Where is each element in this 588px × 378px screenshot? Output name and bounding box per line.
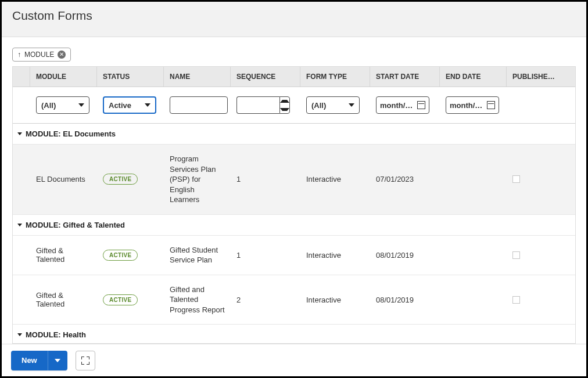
column-header-startdate[interactable]: START DATE <box>370 67 440 87</box>
cell-status: ACTIVE <box>97 236 164 275</box>
collapse-icon <box>17 333 22 336</box>
cell-sequence: 2 <box>231 275 300 325</box>
column-header-name[interactable]: NAME <box>164 67 231 87</box>
cell-sequence: 1 <box>231 236 300 275</box>
filter-enddate-input[interactable]: month/… <box>446 96 499 114</box>
cell-published <box>507 236 565 275</box>
collapse-icon <box>17 224 22 226</box>
filter-status-select[interactable]: Active <box>103 96 156 114</box>
close-icon[interactable]: ✕ <box>58 51 66 59</box>
cell-name: Program Services Plan (PSP) for English … <box>164 145 231 214</box>
cell-sequence: 1 <box>231 145 300 214</box>
decrement-icon[interactable] <box>280 105 289 113</box>
cell-status: ACTIVE <box>97 275 164 325</box>
calendar-icon <box>417 101 425 109</box>
group-header[interactable]: MODULE: Gifted & Talented <box>13 215 575 236</box>
chevron-down-icon <box>55 359 60 362</box>
column-header-published[interactable]: PUBLISHED T… <box>507 67 565 87</box>
chevron-down-icon <box>78 103 84 107</box>
group-header[interactable]: MODULE: Health <box>13 325 575 343</box>
collapse-icon <box>17 132 22 135</box>
cell-module: EL Documents <box>30 145 97 214</box>
cell-formtype: Interactive <box>300 145 370 214</box>
status-badge: ACTIVE <box>103 294 138 305</box>
grid-header-row: MODULE STATUS NAME SEQUENCE FORM TYPE ST… <box>13 67 575 87</box>
checkbox-icon[interactable] <box>512 251 520 259</box>
cell-formtype: Interactive <box>300 275 370 325</box>
cell-startdate: 08/01/2019 <box>370 236 440 275</box>
cell-name: Gifted Student Service Plan <box>164 236 231 275</box>
column-header-formtype[interactable]: FORM TYPE <box>300 67 370 87</box>
grouping-chip-label: MODULE <box>24 51 54 59</box>
group-label: MODULE: Gifted & Talented <box>26 221 125 229</box>
group-header[interactable]: MODULE: EL Documents <box>13 124 575 145</box>
filter-name-input[interactable] <box>170 96 228 114</box>
date-placeholder: month/… <box>380 101 413 110</box>
filter-module-value: (All) <box>41 101 56 110</box>
cell-published <box>507 275 565 325</box>
forms-grid: MODULE STATUS NAME SEQUENCE FORM TYPE ST… <box>12 66 576 344</box>
column-header-status[interactable]: STATUS <box>97 67 164 87</box>
date-placeholder: month/… <box>450 101 482 110</box>
sort-asc-icon: ↑ <box>17 51 21 59</box>
fullscreen-icon <box>81 357 89 365</box>
new-button-dropdown[interactable] <box>48 351 67 370</box>
cell-module: Gifted & Talented <box>30 236 97 275</box>
app-frame: Custom Forms ↑ MODULE ✕ MODULE STATUS NA… <box>0 0 588 378</box>
cell-enddate <box>440 275 507 325</box>
grouping-chip-module[interactable]: ↑ MODULE ✕ <box>12 48 71 62</box>
page-title: Custom Forms <box>2 2 586 37</box>
table-row[interactable]: Gifted & TalentedACTIVEGifted and Talent… <box>13 275 575 325</box>
checkbox-icon[interactable] <box>512 296 520 304</box>
cell-enddate <box>440 236 507 275</box>
filter-formtype-select[interactable]: (All) <box>306 96 360 114</box>
calendar-icon <box>487 101 495 109</box>
cell-formtype: Interactive <box>300 236 370 275</box>
column-header-enddate[interactable]: END DATE <box>440 67 507 87</box>
cell-name: Gifted and Talented Progress Report <box>164 275 231 325</box>
filter-formtype-value: (All) <box>311 101 326 110</box>
fullscreen-button[interactable] <box>76 351 95 370</box>
content: ↑ MODULE ✕ MODULE STATUS NAME SEQUENCE F… <box>2 37 586 344</box>
cell-published <box>507 145 565 214</box>
column-header-module[interactable]: MODULE <box>30 67 97 87</box>
checkbox-icon[interactable] <box>512 175 520 183</box>
footer-bar: New <box>2 344 586 376</box>
filter-startdate-input[interactable]: month/… <box>376 96 429 114</box>
table-row[interactable]: EL DocumentsACTIVEProgram Services Plan … <box>13 145 575 215</box>
table-row[interactable]: Gifted & TalentedACTIVEGifted Student Se… <box>13 236 575 275</box>
cell-startdate: 08/01/2019 <box>370 275 440 325</box>
new-button[interactable]: New <box>11 351 67 370</box>
filter-status-value: Active <box>109 101 131 110</box>
status-badge: ACTIVE <box>103 174 138 185</box>
status-badge: ACTIVE <box>103 250 138 261</box>
filter-sequence-spinner[interactable] <box>236 96 290 114</box>
cell-module: Gifted & Talented <box>30 275 97 325</box>
column-header-sequence[interactable]: SEQUENCE <box>231 67 300 87</box>
filter-module-select[interactable]: (All) <box>36 96 89 114</box>
chevron-down-icon <box>145 103 150 107</box>
group-label: MODULE: Health <box>26 330 86 339</box>
cell-startdate: 07/01/2023 <box>370 145 440 214</box>
column-expander <box>13 67 30 87</box>
increment-icon[interactable] <box>280 97 289 105</box>
grid-body[interactable]: MODULE: EL DocumentsEL DocumentsACTIVEPr… <box>13 124 575 343</box>
cell-status: ACTIVE <box>97 145 164 214</box>
chevron-down-icon <box>349 103 354 107</box>
new-button-label: New <box>11 351 48 370</box>
group-label: MODULE: EL Documents <box>26 129 116 138</box>
cell-enddate <box>440 145 507 214</box>
grouping-chip-row: ↑ MODULE ✕ <box>12 48 576 62</box>
grid-filter-row: (All) Active <box>13 87 575 124</box>
